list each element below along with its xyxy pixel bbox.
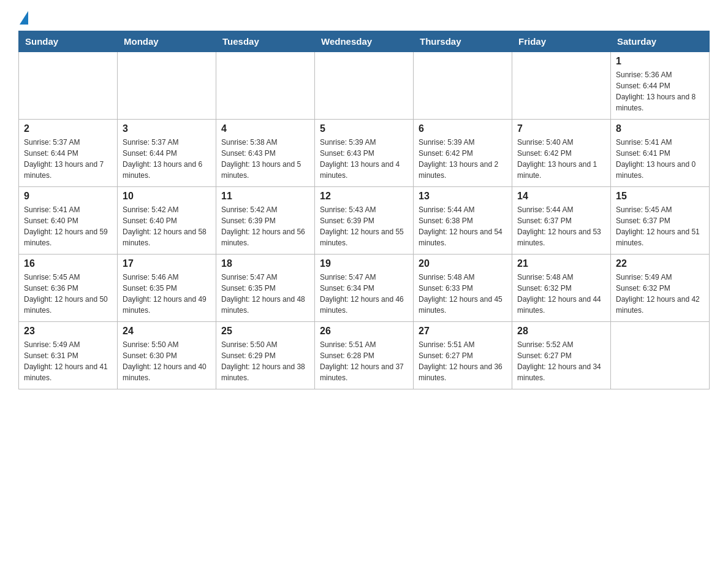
calendar-cell	[19, 52, 118, 120]
day-number: 19	[320, 258, 408, 269]
calendar-cell: 19Sunrise: 5:47 AMSunset: 6:34 PMDayligh…	[315, 255, 414, 322]
day-number: 28	[517, 326, 605, 337]
column-header-monday: Monday	[118, 31, 216, 52]
calendar-cell: 28Sunrise: 5:52 AMSunset: 6:27 PMDayligh…	[512, 322, 611, 389]
day-number: 1	[616, 56, 704, 67]
calendar-cell: 1Sunrise: 5:36 AMSunset: 6:44 PMDaylight…	[611, 52, 710, 120]
day-info: Sunrise: 5:41 AMSunset: 6:41 PMDaylight:…	[616, 137, 704, 181]
calendar-cell: 14Sunrise: 5:44 AMSunset: 6:37 PMDayligh…	[512, 187, 611, 255]
day-number: 15	[616, 191, 704, 202]
calendar-cell: 9Sunrise: 5:41 AMSunset: 6:40 PMDaylight…	[19, 187, 118, 255]
day-info: Sunrise: 5:51 AMSunset: 6:28 PMDaylight:…	[320, 339, 408, 383]
calendar-cell: 16Sunrise: 5:45 AMSunset: 6:36 PMDayligh…	[19, 255, 118, 322]
day-info: Sunrise: 5:49 AMSunset: 6:32 PMDaylight:…	[616, 272, 704, 316]
calendar-cell: 24Sunrise: 5:50 AMSunset: 6:30 PMDayligh…	[118, 322, 216, 389]
calendar-cell: 25Sunrise: 5:50 AMSunset: 6:29 PMDayligh…	[216, 322, 315, 389]
day-info: Sunrise: 5:39 AMSunset: 6:42 PMDaylight:…	[419, 137, 507, 181]
day-number: 4	[221, 123, 309, 134]
column-header-friday: Friday	[512, 31, 611, 52]
calendar-week-row: 2Sunrise: 5:37 AMSunset: 6:44 PMDaylight…	[19, 120, 710, 187]
day-info: Sunrise: 5:44 AMSunset: 6:38 PMDaylight:…	[419, 204, 507, 248]
calendar-cell: 26Sunrise: 5:51 AMSunset: 6:28 PMDayligh…	[315, 322, 414, 389]
calendar-cell: 11Sunrise: 5:42 AMSunset: 6:39 PMDayligh…	[216, 187, 315, 255]
day-info: Sunrise: 5:40 AMSunset: 6:42 PMDaylight:…	[517, 137, 605, 181]
calendar-cell: 13Sunrise: 5:44 AMSunset: 6:38 PMDayligh…	[414, 187, 512, 255]
calendar-week-row: 16Sunrise: 5:45 AMSunset: 6:36 PMDayligh…	[19, 255, 710, 322]
logo-triangle-icon	[20, 11, 28, 25]
calendar-cell	[611, 322, 710, 389]
calendar-cell: 20Sunrise: 5:48 AMSunset: 6:33 PMDayligh…	[414, 255, 512, 322]
calendar-cell: 4Sunrise: 5:38 AMSunset: 6:43 PMDaylight…	[216, 120, 315, 187]
calendar-cell: 17Sunrise: 5:46 AMSunset: 6:35 PMDayligh…	[118, 255, 216, 322]
day-number: 11	[221, 191, 309, 202]
calendar-cell: 18Sunrise: 5:47 AMSunset: 6:35 PMDayligh…	[216, 255, 315, 322]
day-info: Sunrise: 5:52 AMSunset: 6:27 PMDaylight:…	[517, 339, 605, 383]
column-header-saturday: Saturday	[611, 31, 710, 52]
day-info: Sunrise: 5:39 AMSunset: 6:43 PMDaylight:…	[320, 137, 408, 181]
day-number: 2	[24, 123, 112, 134]
calendar-header-row: SundayMondayTuesdayWednesdayThursdayFrid…	[19, 31, 710, 52]
day-info: Sunrise: 5:42 AMSunset: 6:40 PMDaylight:…	[123, 204, 211, 248]
calendar-cell	[315, 52, 414, 120]
day-info: Sunrise: 5:43 AMSunset: 6:39 PMDaylight:…	[320, 204, 408, 248]
day-number: 20	[419, 258, 507, 269]
day-info: Sunrise: 5:41 AMSunset: 6:40 PMDaylight:…	[24, 204, 112, 248]
column-header-thursday: Thursday	[414, 31, 512, 52]
calendar-cell: 5Sunrise: 5:39 AMSunset: 6:43 PMDaylight…	[315, 120, 414, 187]
day-number: 3	[123, 123, 211, 134]
day-number: 17	[123, 258, 211, 269]
calendar-cell: 6Sunrise: 5:39 AMSunset: 6:42 PMDaylight…	[414, 120, 512, 187]
calendar-cell: 3Sunrise: 5:37 AMSunset: 6:44 PMDaylight…	[118, 120, 216, 187]
calendar-cell: 7Sunrise: 5:40 AMSunset: 6:42 PMDaylight…	[512, 120, 611, 187]
day-number: 23	[24, 326, 112, 337]
column-header-tuesday: Tuesday	[216, 31, 315, 52]
day-info: Sunrise: 5:44 AMSunset: 6:37 PMDaylight:…	[517, 204, 605, 248]
day-info: Sunrise: 5:38 AMSunset: 6:43 PMDaylight:…	[221, 137, 309, 181]
calendar-cell	[512, 52, 611, 120]
calendar-week-row: 1Sunrise: 5:36 AMSunset: 6:44 PMDaylight…	[19, 52, 710, 120]
day-number: 14	[517, 191, 605, 202]
day-info: Sunrise: 5:48 AMSunset: 6:32 PMDaylight:…	[517, 272, 605, 316]
day-info: Sunrise: 5:45 AMSunset: 6:36 PMDaylight:…	[24, 272, 112, 316]
calendar-cell	[118, 52, 216, 120]
calendar-week-row: 9Sunrise: 5:41 AMSunset: 6:40 PMDaylight…	[19, 187, 710, 255]
calendar-cell: 8Sunrise: 5:41 AMSunset: 6:41 PMDaylight…	[611, 120, 710, 187]
day-info: Sunrise: 5:50 AMSunset: 6:29 PMDaylight:…	[221, 339, 309, 383]
day-number: 8	[616, 123, 704, 134]
calendar-cell	[414, 52, 512, 120]
day-info: Sunrise: 5:37 AMSunset: 6:44 PMDaylight:…	[24, 137, 112, 181]
day-info: Sunrise: 5:42 AMSunset: 6:39 PMDaylight:…	[221, 204, 309, 248]
day-number: 9	[24, 191, 112, 202]
calendar-cell: 23Sunrise: 5:49 AMSunset: 6:31 PMDayligh…	[19, 322, 118, 389]
day-number: 13	[419, 191, 507, 202]
day-number: 5	[320, 123, 408, 134]
day-number: 7	[517, 123, 605, 134]
calendar-cell: 12Sunrise: 5:43 AMSunset: 6:39 PMDayligh…	[315, 187, 414, 255]
day-info: Sunrise: 5:50 AMSunset: 6:30 PMDaylight:…	[123, 339, 211, 383]
day-info: Sunrise: 5:36 AMSunset: 6:44 PMDaylight:…	[616, 69, 704, 113]
calendar-cell: 2Sunrise: 5:37 AMSunset: 6:44 PMDaylight…	[19, 120, 118, 187]
day-number: 21	[517, 258, 605, 269]
day-info: Sunrise: 5:49 AMSunset: 6:31 PMDaylight:…	[24, 339, 112, 383]
day-info: Sunrise: 5:48 AMSunset: 6:33 PMDaylight:…	[419, 272, 507, 316]
calendar-cell	[216, 52, 315, 120]
day-info: Sunrise: 5:47 AMSunset: 6:34 PMDaylight:…	[320, 272, 408, 316]
calendar-cell: 27Sunrise: 5:51 AMSunset: 6:27 PMDayligh…	[414, 322, 512, 389]
day-number: 26	[320, 326, 408, 337]
day-number: 24	[123, 326, 211, 337]
column-header-sunday: Sunday	[19, 31, 118, 52]
day-number: 27	[419, 326, 507, 337]
logo	[18, 12, 28, 25]
day-number: 16	[24, 258, 112, 269]
day-info: Sunrise: 5:51 AMSunset: 6:27 PMDaylight:…	[419, 339, 507, 383]
day-info: Sunrise: 5:37 AMSunset: 6:44 PMDaylight:…	[123, 137, 211, 181]
calendar-cell: 22Sunrise: 5:49 AMSunset: 6:32 PMDayligh…	[611, 255, 710, 322]
calendar-week-row: 23Sunrise: 5:49 AMSunset: 6:31 PMDayligh…	[19, 322, 710, 389]
calendar-table: SundayMondayTuesdayWednesdayThursdayFrid…	[18, 31, 710, 389]
day-number: 12	[320, 191, 408, 202]
day-number: 25	[221, 326, 309, 337]
day-info: Sunrise: 5:45 AMSunset: 6:37 PMDaylight:…	[616, 204, 704, 248]
column-header-wednesday: Wednesday	[315, 31, 414, 52]
day-number: 22	[616, 258, 704, 269]
day-info: Sunrise: 5:47 AMSunset: 6:35 PMDaylight:…	[221, 272, 309, 316]
